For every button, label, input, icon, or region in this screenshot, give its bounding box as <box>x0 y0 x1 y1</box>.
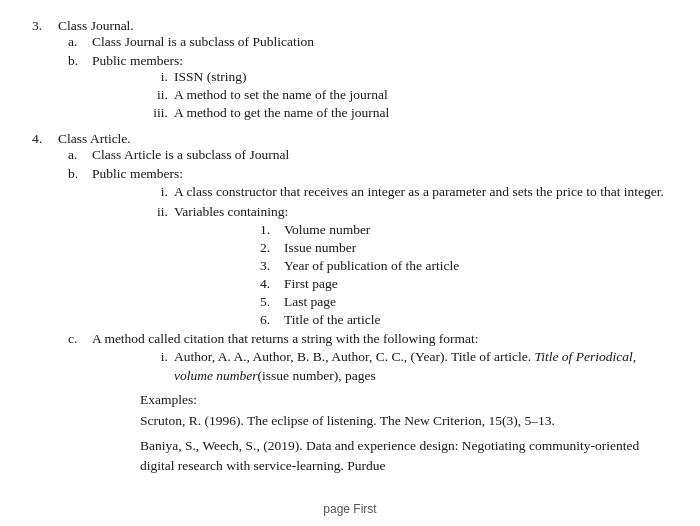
section-4-a-item: a. Class Article is a subclass of Journa… <box>68 147 668 163</box>
roman-ii: ii. <box>140 87 168 103</box>
section-4-number: 4. <box>32 131 52 147</box>
section-4-b: b. Public members: i. A class constructo… <box>68 166 668 328</box>
arabic-4: 4. <box>260 276 278 292</box>
section-4-b-ii-text: Variables containing: <box>174 204 288 220</box>
arabic-2: 2. <box>260 240 278 256</box>
section-4: 4. Class Article. a. Class Article is a … <box>32 131 668 475</box>
example-entry-2: Baniya, S., Weech, S., (2019). Data and … <box>140 436 668 475</box>
section-3-b: b. Public members: i. ISSN (string) ii. … <box>68 53 668 121</box>
list-item-1-text: Volume number <box>284 222 370 238</box>
section-4-a: a. Class Article is a subclass of Journa… <box>68 147 668 163</box>
section-3-b-i: i. ISSN (string) ii. A method to set the… <box>140 69 668 121</box>
arabic-6: 6. <box>260 312 278 328</box>
section-4-b-letter: b. <box>68 166 86 182</box>
section-4-c-item: c. A method called citation that returns… <box>68 331 668 347</box>
section-4-c-i-roman: i. <box>140 347 168 386</box>
list-item-6: 6. Title of the article <box>260 312 668 328</box>
section-4-c-letter: c. <box>68 331 86 347</box>
section-4-c-i-block: i. Author, A. A., Author, B. B., Author,… <box>140 347 668 386</box>
section-3-a: a. Class Journal is a subclass of Public… <box>68 34 668 50</box>
list-item-5-text: Last page <box>284 294 336 310</box>
examples-label: Examples: <box>140 392 668 408</box>
section-3-a-item: a. Class Journal is a subclass of Public… <box>68 34 668 50</box>
section-4-a-letter: a. <box>68 147 86 163</box>
list-item-3: 3. Year of publication of the article <box>260 258 668 274</box>
list-item-2: 2. Issue number <box>260 240 668 256</box>
section-4-b-text: Public members: <box>92 166 183 182</box>
section-4-b-i-text: A class constructor that receives an int… <box>174 182 668 202</box>
section-3-b-iii-text: A method to get the name of the journal <box>174 105 389 121</box>
section-4-c-i-text: Author, A. A., Author, B. B., Author, C.… <box>174 347 668 386</box>
section-4-header: 4. Class Article. <box>32 131 668 147</box>
section-3-b-i-text: ISSN (string) <box>174 69 246 85</box>
section-4-b-ii-roman: ii. <box>140 204 168 220</box>
list-item-4: 4. First page <box>260 276 668 292</box>
list-item-2-text: Issue number <box>284 240 356 256</box>
section-4-c-i-item: i. Author, A. A., Author, B. B., Author,… <box>140 347 668 386</box>
section-4-title: Class Article. <box>58 131 131 147</box>
examples-block: Examples: Scruton, R. (1996). The eclips… <box>140 392 668 476</box>
section-4-b-i-item: i. A class constructor that receives an … <box>140 182 668 202</box>
section-4-b-i-roman: i. <box>140 182 168 202</box>
section-3: 3. Class Journal. a. Class Journal is a … <box>32 18 668 121</box>
section-4-a-text: Class Article is a subclass of Journal <box>92 147 289 163</box>
list-item-6-text: Title of the article <box>284 312 381 328</box>
section-3-b-letter: b. <box>68 53 86 69</box>
section-3-a-letter: a. <box>68 34 86 50</box>
list-item-3-text: Year of publication of the article <box>284 258 459 274</box>
arabic-3: 3. <box>260 258 278 274</box>
section-4-c-text: A method called citation that returns a … <box>92 331 479 347</box>
list-item-5: 5. Last page <box>260 294 668 310</box>
section-3-b-item: b. Public members: <box>68 53 668 69</box>
roman-i: i. <box>140 69 168 85</box>
section-4-b-i-block: i. A class constructor that receives an … <box>140 182 668 328</box>
section-4-c: c. A method called citation that returns… <box>68 331 668 476</box>
roman-iii: iii. <box>140 105 168 121</box>
section-3-b-ii-text: A method to set the name of the journal <box>174 87 388 103</box>
italic-part: Title of Periodical, volume number <box>174 349 636 384</box>
list-item-1: 1. Volume number <box>260 222 668 238</box>
section-3-b-i-item: i. ISSN (string) <box>140 69 668 85</box>
section-3-a-text: Class Journal is a subclass of Publicati… <box>92 34 314 50</box>
page-indicator: page First <box>323 502 376 516</box>
page: 3. Class Journal. a. Class Journal is a … <box>0 0 700 526</box>
section-3-title: Class Journal. <box>58 18 134 34</box>
arabic-1: 1. <box>260 222 278 238</box>
list-item-4-text: First page <box>284 276 338 292</box>
arabic-5: 5. <box>260 294 278 310</box>
section-3-b-ii-item: ii. A method to set the name of the jour… <box>140 87 668 103</box>
example-entry-1: Scruton, R. (1996). The eclipse of liste… <box>140 411 668 431</box>
section-4-b-ii-item: ii. Variables containing: <box>140 204 668 220</box>
section-3-number: 3. <box>32 18 52 34</box>
section-4-b-ii-list: 1. Volume number 2. Issue number 3. Year… <box>260 222 668 328</box>
section-3-b-text: Public members: <box>92 53 183 69</box>
section-3-header: 3. Class Journal. <box>32 18 668 34</box>
section-4-b-item: b. Public members: <box>68 166 668 182</box>
section-3-b-iii-item: iii. A method to get the name of the jou… <box>140 105 668 121</box>
